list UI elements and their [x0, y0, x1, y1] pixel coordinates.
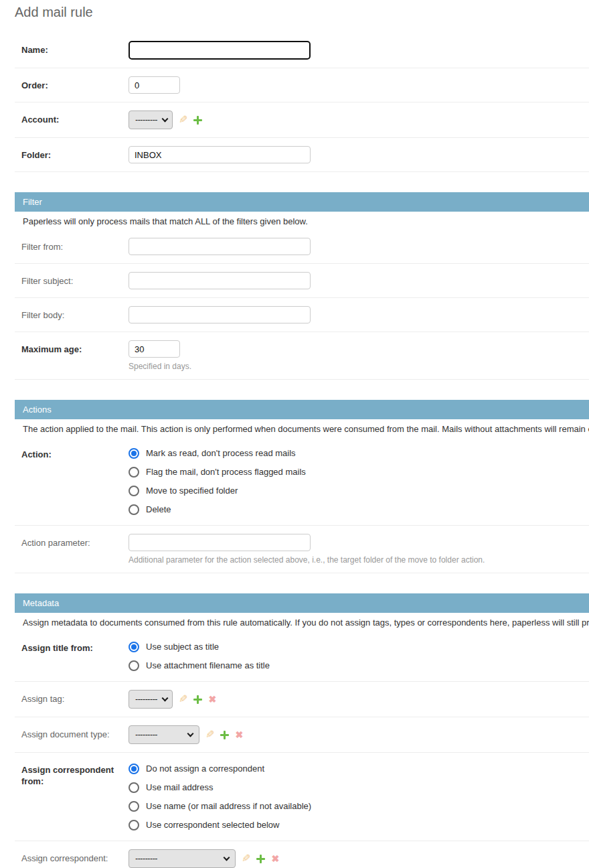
correspondent-option-mail-address[interactable]: Use mail address	[129, 782, 589, 794]
action-row: Action: Mark as read, don't process read…	[15, 437, 589, 526]
edit-icon[interactable]: ✎	[179, 695, 187, 704]
action-parameter-help: Additional parameter for the action sele…	[129, 555, 589, 565]
edit-icon[interactable]: ✎	[179, 115, 187, 125]
folder-row: Folder:	[15, 138, 589, 172]
name-control	[129, 41, 582, 60]
assign-title-from-control: Use subject as title Use attachment file…	[129, 639, 589, 673]
maximum-age-row: Maximum age: Specified in days.	[15, 332, 589, 380]
filter-body-input[interactable]	[129, 306, 311, 323]
add-icon[interactable]	[193, 116, 202, 125]
action-control: Mark as read, don't process read mails F…	[129, 445, 589, 517]
assign-tag-row: Assign tag: --------- ✎ ✖	[15, 682, 589, 717]
account-control: --------- ✎	[129, 111, 582, 129]
assign-document-type-row: Assign document type: --------- ✎ ✖	[15, 717, 589, 753]
filter-fieldset: Filter Paperless will only process mails…	[15, 192, 589, 380]
assign-correspondent-select[interactable]: ---------	[129, 849, 236, 868]
page-title: Add mail rule	[15, 5, 589, 19]
assign-correspondent-from-row: Assign correspondent from: Do not assign…	[15, 753, 589, 841]
name-label: Name:	[21, 41, 129, 56]
add-icon[interactable]	[193, 695, 202, 704]
radio-icon	[129, 486, 139, 496]
assign-correspondent-from-label: Assign correspondent from:	[21, 761, 129, 787]
assign-tag-select-value: ---------	[135, 695, 157, 704]
filter-from-input[interactable]	[129, 238, 311, 255]
filter-subject-label: Filter subject:	[21, 272, 129, 287]
action-label: Action:	[21, 445, 129, 460]
name-row: Name:	[15, 33, 589, 68]
filter-from-row: Filter from:	[15, 230, 589, 264]
edit-icon[interactable]: ✎	[242, 854, 250, 863]
assign-document-type-control: --------- ✎ ✖	[129, 725, 589, 744]
general-fieldset: Name: Order: Account: --------- ✎	[15, 33, 589, 172]
title-option-subject[interactable]: Use subject as title	[129, 641, 589, 653]
correspondent-option-name[interactable]: Use name (or mail address if not availab…	[129, 800, 589, 812]
assign-tag-select[interactable]: ---------	[129, 690, 173, 709]
metadata-section-header: Metadata	[15, 593, 589, 613]
account-select[interactable]: ---------	[129, 111, 173, 129]
maximum-age-label: Maximum age:	[21, 340, 129, 355]
filter-body-row: Filter body:	[15, 298, 589, 332]
filter-subject-row: Filter subject:	[15, 264, 589, 298]
assign-document-type-select[interactable]: ---------	[129, 725, 199, 744]
delete-icon[interactable]: ✖	[235, 730, 243, 739]
filter-section-header: Filter	[15, 192, 589, 212]
add-icon[interactable]	[256, 855, 265, 863]
assign-document-type-label: Assign document type:	[21, 725, 129, 740]
chevron-down-icon	[162, 115, 169, 122]
delete-icon[interactable]: ✖	[271, 854, 279, 863]
maximum-age-help: Specified in days.	[129, 362, 582, 371]
action-option-move[interactable]: Move to specified folder	[129, 485, 589, 497]
assign-title-from-label: Assign title from:	[21, 639, 129, 654]
order-row: Order:	[15, 68, 589, 102]
assign-correspondent-row: Assign correspondent: --------- ✎ ✖	[15, 841, 589, 868]
radio-icon	[129, 801, 139, 812]
filter-body-control	[129, 306, 582, 323]
delete-icon[interactable]: ✖	[208, 695, 216, 704]
radio-icon	[129, 660, 139, 671]
radio-icon	[129, 820, 139, 830]
maximum-age-control: Specified in days.	[129, 340, 582, 371]
assign-correspondent-radio-list: Do not assign a correspondent Use mail a…	[129, 761, 589, 831]
action-parameter-input[interactable]	[129, 534, 311, 551]
radio-icon	[129, 504, 139, 515]
order-label: Order:	[21, 76, 129, 91]
action-parameter-row: Action parameter: Additional parameter f…	[15, 526, 589, 573]
radio-icon	[129, 448, 139, 459]
correspondent-option-none[interactable]: Do not assign a correspondent	[129, 763, 589, 775]
filter-subject-input[interactable]	[129, 272, 311, 289]
assign-tag-label: Assign tag:	[21, 690, 129, 705]
action-option-delete[interactable]: Delete	[129, 504, 589, 516]
assign-correspondent-label: Assign correspondent:	[21, 849, 129, 864]
account-label: Account:	[21, 111, 129, 125]
folder-control	[129, 146, 582, 163]
maximum-age-input[interactable]	[129, 340, 180, 358]
filter-from-label: Filter from:	[21, 238, 129, 252]
chevron-down-icon	[162, 695, 169, 701]
radio-icon	[129, 764, 139, 774]
action-parameter-label: Action parameter:	[21, 534, 129, 549]
add-mail-rule-page: Add mail rule Name: Order: Account: ----…	[15, 0, 589, 868]
actions-section-header: Actions	[15, 400, 589, 419]
folder-input[interactable]	[129, 146, 311, 163]
actions-description: The action applied to the mail. This act…	[15, 419, 589, 437]
assign-correspondent-control: --------- ✎ ✖	[129, 849, 589, 868]
order-control	[129, 76, 582, 94]
metadata-fieldset: Metadata Assign metadata to documents co…	[15, 593, 589, 868]
title-option-attachment-filename[interactable]: Use attachment filename as title	[129, 660, 589, 672]
edit-icon[interactable]: ✎	[205, 730, 214, 739]
radio-icon	[129, 782, 139, 793]
chevron-down-icon	[187, 730, 194, 737]
assign-correspondent-from-control: Do not assign a correspondent Use mail a…	[129, 761, 589, 833]
assign-correspondent-select-value: ---------	[135, 854, 157, 863]
action-radio-list: Mark as read, don't process read mails F…	[129, 445, 589, 516]
add-icon[interactable]	[220, 731, 229, 739]
radio-icon	[129, 467, 139, 478]
actions-fieldset: Actions The action applied to the mail. …	[15, 400, 589, 573]
assign-document-type-select-value: ---------	[135, 730, 157, 739]
order-input[interactable]	[129, 76, 180, 94]
metadata-description: Assign metadata to documents consumed fr…	[15, 613, 589, 631]
correspondent-option-selected-below[interactable]: Use correspondent selected below	[129, 819, 589, 831]
name-input[interactable]	[129, 41, 311, 60]
action-option-flag[interactable]: Flag the mail, don't process flagged mai…	[129, 466, 589, 478]
action-option-mark-read[interactable]: Mark as read, don't process read mails	[129, 447, 589, 459]
